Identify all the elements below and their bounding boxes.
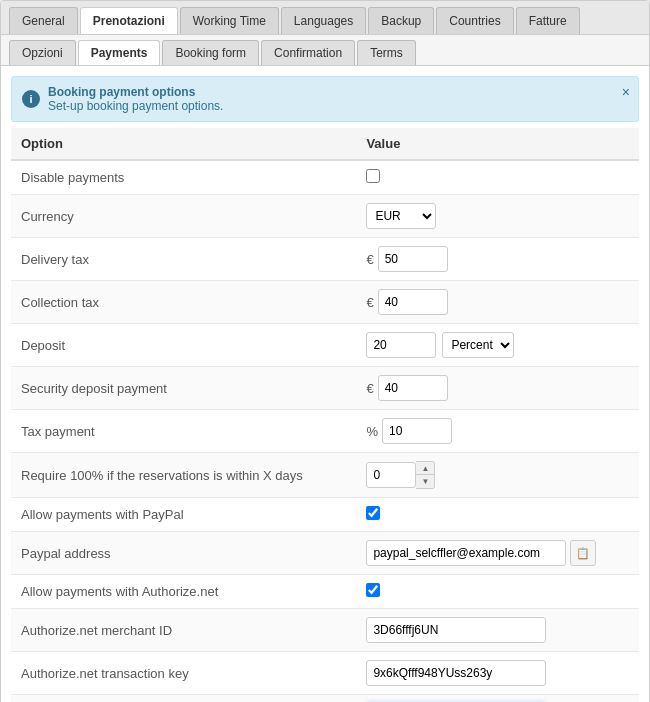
row-value: 📋	[356, 532, 639, 575]
deposit-type-select[interactable]: Percent Fixed	[442, 332, 514, 358]
currency-select[interactable]: EUR USD GBP	[366, 203, 436, 229]
subtab-payments[interactable]: Payments	[78, 40, 161, 65]
authorize-transaction-key-input[interactable]	[366, 660, 546, 686]
subtab-booking-form[interactable]: Booking form	[162, 40, 259, 65]
settings-table: Option Value Disable payments Currency	[11, 128, 639, 702]
authorize-merchant-id-input[interactable]	[366, 617, 546, 643]
row-label: Authorize.net transaction key	[11, 652, 356, 695]
row-label: Currency	[11, 195, 356, 238]
table-row: Disable payments	[11, 160, 639, 195]
top-tab-bar: General Prenotazioni Working Time Langua…	[1, 1, 649, 35]
tab-languages[interactable]: Languages	[281, 7, 366, 34]
row-label: Collection tax	[11, 281, 356, 324]
row-label: Deposit	[11, 324, 356, 367]
table-row: Currency EUR USD GBP	[11, 195, 639, 238]
euro-symbol: €	[366, 252, 373, 267]
row-value: €	[356, 281, 639, 324]
info-icon: i	[22, 90, 40, 108]
table-row: Paypal address 📋	[11, 532, 639, 575]
tab-fatture[interactable]: Fatture	[516, 7, 580, 34]
table-row: Require 100% if the reservations is with…	[11, 453, 639, 498]
spinner-group: ▲ ▼	[366, 461, 629, 489]
row-label: Security deposit payment	[11, 367, 356, 410]
info-subtitle: Set-up booking payment options.	[48, 99, 608, 113]
tab-backup[interactable]: Backup	[368, 7, 434, 34]
table-row: Authorize.net transaction key	[11, 652, 639, 695]
table-row: Allow payments with Authorize.net	[11, 575, 639, 609]
security-deposit-group: €	[366, 375, 629, 401]
tab-countries[interactable]: Countries	[436, 7, 513, 34]
main-container: General Prenotazioni Working Time Langua…	[0, 0, 650, 702]
tab-prenotazioni[interactable]: Prenotazioni	[80, 7, 178, 34]
row-value: EUR USD GBP	[356, 195, 639, 238]
column-option: Option	[11, 128, 356, 160]
percent-symbol: %	[366, 424, 378, 439]
row-value: €	[356, 238, 639, 281]
table-row: Collection tax €	[11, 281, 639, 324]
table-row: Deposit Percent Fixed	[11, 324, 639, 367]
row-value	[356, 498, 639, 532]
row-label: Authorize.net hash value	[11, 695, 356, 703]
table-row: Delivery tax €	[11, 238, 639, 281]
subtab-confirmation[interactable]: Confirmation	[261, 40, 355, 65]
close-button[interactable]: ×	[622, 85, 630, 99]
deposit-input[interactable]	[366, 332, 436, 358]
row-value	[356, 160, 639, 195]
row-value: Percent Fixed	[356, 324, 639, 367]
row-label: Disable payments	[11, 160, 356, 195]
table-row: Security deposit payment €	[11, 367, 639, 410]
deposit-group: Percent Fixed	[366, 332, 629, 358]
subtab-terms[interactable]: Terms	[357, 40, 416, 65]
paypal-copy-button[interactable]: 📋	[570, 540, 596, 566]
allow-paypal-checkbox[interactable]	[366, 506, 380, 520]
euro-symbol: €	[366, 295, 373, 310]
paypal-address-group: 📋	[366, 540, 629, 566]
row-value: €	[356, 367, 639, 410]
info-box: i Booking payment options Set-up booking…	[11, 76, 639, 122]
table-row: Authorize.net hash value	[11, 695, 639, 703]
row-value: ▲ ▼	[356, 453, 639, 498]
row-value	[356, 609, 639, 652]
delivery-tax-group: €	[366, 246, 629, 272]
row-value	[356, 695, 639, 703]
spinner-up-button[interactable]: ▲	[416, 462, 434, 475]
row-value	[356, 575, 639, 609]
table-row: Authorize.net merchant ID	[11, 609, 639, 652]
disable-payments-checkbox[interactable]	[366, 169, 380, 183]
table-header-row: Option Value	[11, 128, 639, 160]
table-row: Tax payment %	[11, 410, 639, 453]
row-label: Require 100% if the reservations is with…	[11, 453, 356, 498]
column-value: Value	[356, 128, 639, 160]
table-row: Allow payments with PayPal	[11, 498, 639, 532]
row-label: Tax payment	[11, 410, 356, 453]
row-value: %	[356, 410, 639, 453]
tab-working-time[interactable]: Working Time	[180, 7, 279, 34]
delivery-tax-input[interactable]	[378, 246, 448, 272]
info-title: Booking payment options	[48, 85, 608, 99]
content-area: Option Value Disable payments Currency	[1, 128, 649, 702]
allow-authorize-checkbox[interactable]	[366, 583, 380, 597]
row-label: Allow payments with Authorize.net	[11, 575, 356, 609]
row-value	[356, 652, 639, 695]
euro-symbol: €	[366, 381, 373, 396]
paypal-address-input[interactable]	[366, 540, 566, 566]
subtab-opzioni[interactable]: Opzioni	[9, 40, 76, 65]
tax-payment-input[interactable]	[382, 418, 452, 444]
spinner-down-button[interactable]: ▼	[416, 475, 434, 488]
spinner-buttons: ▲ ▼	[416, 461, 435, 489]
row-label: Allow payments with PayPal	[11, 498, 356, 532]
collection-tax-group: €	[366, 289, 629, 315]
tax-payment-group: %	[366, 418, 629, 444]
row-label: Authorize.net merchant ID	[11, 609, 356, 652]
security-deposit-input[interactable]	[378, 375, 448, 401]
xdays-spinner-input[interactable]	[366, 462, 416, 488]
row-label: Paypal address	[11, 532, 356, 575]
collection-tax-input[interactable]	[378, 289, 448, 315]
tab-general[interactable]: General	[9, 7, 78, 34]
sub-tab-bar: Opzioni Payments Booking form Confirmati…	[1, 35, 649, 66]
row-label: Delivery tax	[11, 238, 356, 281]
